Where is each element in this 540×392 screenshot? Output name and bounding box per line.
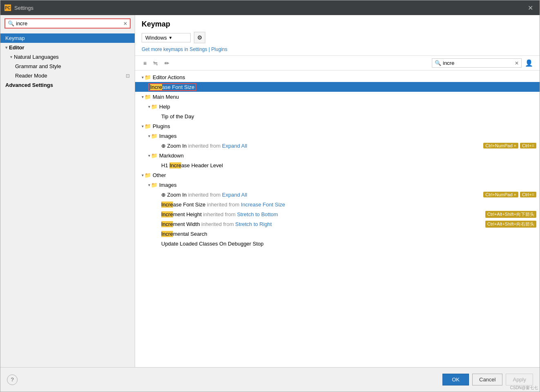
editor-label: Editor [9,44,24,51]
sidebar-item-natural-languages[interactable]: ▾ Natural Languages [0,52,135,62]
close-button[interactable]: ✕ [525,3,536,13]
main-panel: Keymap Windows ▼ ⚙ Get more keymaps in S… [135,15,540,367]
plugins-folder-icon: 📁 [144,123,151,129]
sidebar-item-advanced-settings[interactable]: Advanced Settings [0,80,135,90]
is-highlight: Incre [161,231,173,237]
keymap-search-input[interactable] [443,60,513,66]
images2-chevron-icon: ▾ [148,183,150,187]
sidebar-item-editor[interactable]: ▾ Editor [0,43,135,52]
cancel-button[interactable]: Cancel [472,374,502,385]
ifs2-inherited: inherited from [207,202,241,208]
toolbar-left: ≡ ≒ ✏ [142,59,171,67]
keymap-scheme-label: Windows [145,35,167,41]
sidebar-item-grammar-style[interactable]: Grammar and Style [0,62,135,71]
sidebar-search-clear-icon[interactable]: ✕ [123,21,127,27]
ih-inherited: inherited from [203,211,237,217]
settings-link[interactable]: Settings [189,47,207,52]
reader-mode-label: Reader Mode [15,73,47,79]
images2-label: Images [159,182,536,188]
increase-font-size-box: Increase Font Size [148,83,196,91]
tree-row-tip-of-day[interactable]: Tip of the Day [135,111,540,121]
increase-header-label: H1 Increase Header Level [161,162,536,168]
increase-font-size-2-label: Increase Font Size inherited from Increa… [161,202,536,208]
natural-lang-chevron-icon: ▾ [10,55,12,59]
zoom-in-1-badge-1: Ctrl+NumPad + [483,143,518,148]
zoom-in-2-inherited: inherited from [188,192,222,198]
title-bar: PC Settings ✕ [0,0,540,15]
main-content: 🔍 ✕ Keymap ▾ Editor ▾ Natural Lan [0,15,540,367]
zoom-in-2-label: ⊕ Zoom In inherited from Expand All [161,192,483,198]
increment-width-label: Increment Width inherited from Stretch t… [161,221,485,227]
tree-row-markdown[interactable]: ▾ 📁 Markdown [135,151,540,160]
tree-row-main-menu[interactable]: ▾ 📁 Main Menu [135,92,540,102]
app-icon: PC [4,4,11,11]
other-label: Other [153,172,536,178]
zoom-in-1-badge-2: Ctrl+= [520,143,536,148]
ifs2-link[interactable]: Increase Font Size [241,202,285,208]
ih-highlight: Incre [161,211,173,217]
markdown-folder-icon: 📁 [151,153,158,159]
tree-row-other[interactable]: ▾ 📁 Other [135,170,540,180]
sidebar-search-box: 🔍 ✕ [0,15,135,32]
iw-highlight: Incre [161,221,173,227]
keymap-label: Keymap [5,35,25,41]
tree-row-increase-header[interactable]: H1 Increase Header Level [135,160,540,170]
tree-row-increment-height[interactable]: Increment Height inherited from Stretch … [135,209,540,219]
editor-chevron-icon: ▾ [5,45,7,50]
iw-link[interactable]: Stretch to Right [235,221,272,227]
tree-row-images-2[interactable]: ▾ 📁 Images [135,180,540,190]
keymap-search-wrapper[interactable]: 🔍 ✕ [432,58,522,68]
sidebar-item-keymap[interactable]: Keymap [0,33,135,43]
tree-row-plugins[interactable]: ▾ 📁 Plugins [135,121,540,131]
expand-all-button[interactable]: ≡ [142,59,148,67]
get-more-keymaps-link: Get more keymaps in Settings | Plugins [142,47,533,52]
keymap-tree: ▾ 📁 Editor Actions Increase Font Size [135,71,540,367]
ok-button[interactable]: OK [442,374,469,385]
tree-row-increase-font-size[interactable]: Increase Font Size [135,82,540,92]
zoom-in-2-badge-2: Ctrl+= [520,192,536,197]
main-header: Keymap Windows ▼ ⚙ Get more keymaps in S… [135,15,540,56]
apply-button[interactable]: Apply [506,374,533,385]
tree-row-zoom-in-2[interactable]: ⊕ Zoom In inherited from Expand All Ctrl… [135,190,540,199]
window-title: Settings [14,5,33,11]
markdown-label: Markdown [159,153,536,159]
user-icon-button[interactable]: 👤 [525,59,533,67]
ih-link[interactable]: Stretch to Bottom [237,211,278,217]
tree-row-increase-font-size-2[interactable]: Increase Font Size inherited from Increa… [135,199,540,209]
keymap-scheme-select[interactable]: Windows ▼ [142,33,191,42]
settings-window: PC Settings ✕ 🔍 ✕ Keymap ▾ [0,0,540,392]
bottom-left: ? [7,374,18,385]
bottom-bar: ? OK Cancel Apply [0,367,540,392]
zoom-in-1-link[interactable]: Expand All [222,143,247,149]
keymap-search-icon: 🔍 [435,60,441,66]
zoom-in-2-link[interactable]: Expand All [222,192,247,198]
iw-badge: Ctrl+Alt+Shift+向右箭头 [485,221,536,228]
zoom-in-2-shortcuts: Ctrl+NumPad + Ctrl+= [483,192,536,197]
keymap-controls: Windows ▼ ⚙ [142,32,533,43]
tree-row-help[interactable]: ▾ 📁 Help [135,102,540,111]
update-loaded-label: Update Loaded Classes On Debugger Stop [161,241,536,247]
sidebar-search-wrapper[interactable]: 🔍 ✕ [4,18,131,29]
plugins-label: Plugins [153,123,536,129]
tree-row-editor-actions[interactable]: ▾ 📁 Editor Actions [135,72,540,82]
grammar-label: Grammar and Style [15,63,61,69]
sidebar-item-reader-mode[interactable]: Reader Mode ⊡ [0,71,135,80]
sidebar-search-input[interactable] [16,20,122,27]
tree-row-zoom-in-1[interactable]: ⊕ Zoom In inherited from Expand All Ctrl… [135,141,540,151]
increase-font-size-label: Increase Font Size [148,84,536,90]
plugins-link[interactable]: Plugins [211,47,227,52]
edit-button[interactable]: ✏ [163,59,171,67]
help-button[interactable]: ? [7,374,18,385]
tree-row-update-loaded[interactable]: Update Loaded Classes On Debugger Stop [135,239,540,248]
zoom-in-1-label: ⊕ Zoom In inherited from Expand All [161,143,483,149]
collapse-all-button[interactable]: ≒ [151,59,160,67]
help-folder-icon: 📁 [151,104,158,110]
tree-row-increment-width[interactable]: Increment Width inherited from Stretch t… [135,219,540,229]
tree-row-incremental-search[interactable]: Incremental Search [135,229,540,239]
keymap-search-clear-icon[interactable]: ✕ [515,60,519,66]
tree-row-images-1[interactable]: ▾ 📁 Images [135,131,540,141]
page-title: Keymap [142,20,533,29]
natural-lang-label: Natural Languages [14,54,59,60]
keymap-gear-button[interactable]: ⚙ [194,32,205,43]
watermark: CSDN@窗七七 [510,385,538,391]
